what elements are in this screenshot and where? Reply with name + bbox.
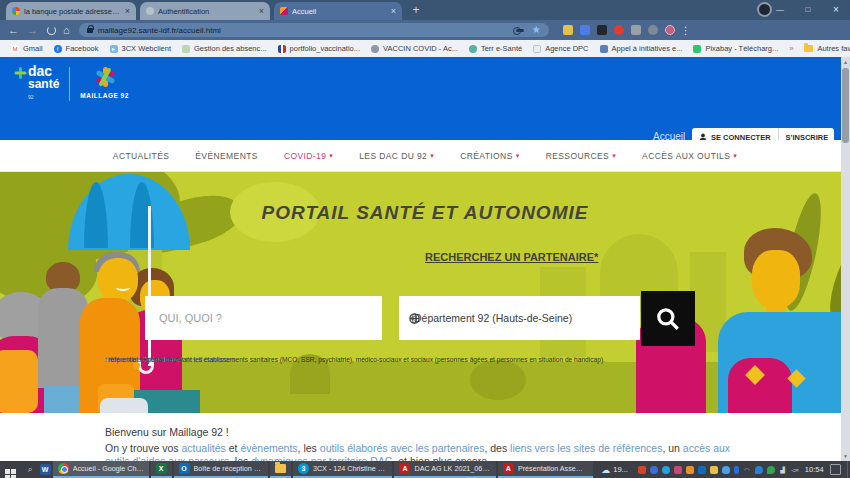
link-sites-references[interactable]: liens vers les sites de références bbox=[510, 442, 662, 454]
link-outils-partenaires[interactable]: outils élaborés avec les partenaires bbox=[320, 442, 485, 454]
other-favorites[interactable]: Autres favoris bbox=[804, 44, 850, 53]
link-evenements[interactable]: évènements bbox=[240, 442, 297, 454]
taskbar-pdf-window-1[interactable]: A DAC AG LK 2021_06_2... bbox=[394, 461, 495, 478]
browser-toolbar: ← → ⌂ maillage92.sante-idf.fr/accueil.ht… bbox=[0, 20, 850, 40]
cloud-icon: ☁ bbox=[601, 465, 610, 475]
search-icon bbox=[655, 306, 681, 332]
url-text[interactable]: maillage92.sante-idf.fr/accueil.html bbox=[98, 26, 516, 35]
bookmark-facebook[interactable]: fFacebook bbox=[54, 44, 99, 53]
bookmark-terr-esante[interactable]: Terr e-Santé bbox=[469, 44, 522, 53]
taskbar-explorer-window[interactable] bbox=[270, 461, 291, 478]
dac-sante-logo-icon bbox=[14, 67, 26, 79]
maximize-button[interactable]: □ bbox=[794, 0, 822, 20]
clear-icon[interactable]: × bbox=[409, 312, 415, 324]
extension-icon[interactable] bbox=[597, 25, 607, 35]
bookmark-star-icon[interactable]: ★ bbox=[532, 23, 541, 37]
hero-section: PORTAIL SANTÉ ET AUTONOMIE RECHERCHEZ UN… bbox=[0, 172, 850, 413]
extension-icon[interactable] bbox=[580, 25, 590, 35]
tab-banque-postale[interactable]: la banque postale adresse - Re... × bbox=[6, 2, 136, 20]
tab-authentification[interactable]: Authentification × bbox=[140, 2, 270, 20]
volume-muted-icon[interactable]: ◅× bbox=[791, 466, 799, 474]
word-icon[interactable]: W bbox=[40, 464, 51, 475]
outlook-icon: O bbox=[179, 463, 190, 474]
shield-icon[interactable] bbox=[755, 466, 763, 474]
maillage-starburst-icon bbox=[92, 65, 118, 89]
wifi-icon[interactable]: ◠ bbox=[743, 466, 751, 474]
onedrive-icon[interactable] bbox=[722, 466, 730, 474]
signal-icon[interactable]: ▟ bbox=[779, 466, 787, 474]
pdf-icon: A bbox=[503, 463, 514, 474]
scroll-up-icon[interactable]: ▲ bbox=[841, 57, 850, 67]
nav-covid19[interactable]: COVID-19▾ bbox=[284, 151, 333, 161]
nav-actualites[interactable]: ACTUALITÉS bbox=[113, 151, 169, 161]
tray-app-icon[interactable] bbox=[674, 466, 682, 474]
bookmark-appel-initiatives[interactable]: Appel à initiatives e... bbox=[600, 44, 683, 53]
back-icon[interactable]: ← bbox=[8, 21, 19, 39]
password-key-icon[interactable] bbox=[516, 29, 524, 32]
tray-mail-icon[interactable] bbox=[686, 466, 694, 474]
link-actualites[interactable]: actualités bbox=[181, 442, 225, 454]
bookmark-3cx[interactable]: ▸3CX Webclient bbox=[110, 44, 171, 53]
page-scrollbar[interactable]: ▲ ▼ bbox=[841, 57, 850, 461]
nav-creations[interactable]: CRÉATIONS▾ bbox=[460, 151, 519, 161]
tab-close-icon[interactable]: × bbox=[125, 6, 130, 16]
excel-icon: X bbox=[156, 463, 167, 474]
taskbar-excel-window[interactable]: X bbox=[151, 461, 172, 478]
notification-center-icon[interactable] bbox=[830, 464, 841, 475]
search-button[interactable] bbox=[641, 291, 695, 346]
extension-icon[interactable] bbox=[631, 25, 641, 35]
new-tab-button[interactable]: + bbox=[408, 3, 424, 19]
taskbar-outlook-window[interactable]: O Boîte de réception - d... bbox=[174, 461, 269, 478]
tray-app-icon[interactable] bbox=[638, 466, 646, 474]
tray-mail-icon[interactable] bbox=[710, 466, 718, 474]
scroll-down-icon[interactable]: ▼ bbox=[841, 451, 850, 461]
doc-icon bbox=[182, 45, 190, 53]
tray-app-icon[interactable] bbox=[650, 466, 658, 474]
taskbar-search-icon[interactable]: ⌕ bbox=[21, 464, 40, 475]
browser-menu-icon[interactable]: ⋮ bbox=[681, 25, 691, 36]
bluetooth-icon[interactable] bbox=[734, 466, 739, 474]
tab-close-icon[interactable]: × bbox=[391, 6, 396, 16]
bookmark-gmail[interactable]: MGmail bbox=[11, 44, 43, 53]
windows-logo-icon bbox=[5, 469, 16, 478]
facebook-icon: f bbox=[54, 45, 62, 53]
address-bar[interactable]: maillage92.sante-idf.fr/accueil.html ★ bbox=[79, 23, 549, 37]
home-icon[interactable]: ⌂ bbox=[63, 21, 70, 39]
site-logo[interactable]: dac santé 92 MAILLAGE 92 bbox=[14, 65, 129, 104]
nav-evenements[interactable]: ÉVÈNEMENTS bbox=[195, 151, 258, 161]
tab-accueil-active[interactable]: Accueil × bbox=[274, 2, 402, 20]
globe-icon bbox=[469, 45, 477, 53]
extension-icon[interactable] bbox=[648, 25, 658, 35]
close-button[interactable]: × bbox=[822, 0, 850, 20]
minimize-button[interactable]: — bbox=[766, 0, 794, 20]
tray-skype-icon[interactable] bbox=[662, 466, 670, 474]
tab-close-icon[interactable]: × bbox=[259, 6, 264, 16]
taskbar-weather[interactable]: ☁ 19... bbox=[601, 465, 628, 475]
google-favicon bbox=[12, 7, 20, 15]
taskbar-chrome-window[interactable]: Accueil - Google Chro... bbox=[53, 461, 149, 478]
bookmark-portfolio-vaccination[interactable]: portfolio_vaccinatio... bbox=[278, 44, 360, 53]
taskbar-clock[interactable]: 10:54 bbox=[805, 465, 824, 474]
start-button[interactable] bbox=[0, 460, 21, 478]
scrollbar-thumb[interactable] bbox=[842, 68, 849, 143]
taskbar-3cx-window[interactable]: 3 3CX - 124 Christine Ch... bbox=[293, 461, 393, 478]
forward-icon[interactable]: → bbox=[27, 21, 38, 39]
location-select[interactable]: Département 92 (Hauts-de-Seine) × bbox=[399, 296, 640, 340]
grid-icon bbox=[600, 45, 608, 53]
bookmarks-overflow-icon[interactable]: » bbox=[789, 44, 793, 53]
tray-outlook-icon[interactable] bbox=[698, 466, 706, 474]
nav-ressources[interactable]: RESSOURCES▾ bbox=[546, 151, 616, 161]
bookmark-pixabay[interactable]: Pixabay - Télécharg... bbox=[693, 44, 778, 53]
bookmark-agence-dpc[interactable]: Agence DPC bbox=[533, 44, 588, 53]
taskbar-pdf-window-2[interactable]: A Présentation Assembl... bbox=[498, 461, 593, 478]
extension-icon[interactable] bbox=[563, 25, 573, 35]
nav-acces-aux-outils[interactable]: ACCÈS AUX OUTILS▾ bbox=[642, 151, 737, 161]
bookmark-vaccin-covid[interactable]: VACCIN COVID - Ac... bbox=[371, 44, 458, 53]
search-input[interactable] bbox=[145, 296, 382, 340]
nav-les-dac-du-92[interactable]: LES DAC DU 92▾ bbox=[359, 151, 434, 161]
avatar[interactable] bbox=[665, 25, 675, 35]
bookmark-gestion-absences[interactable]: Gestion des absenc... bbox=[182, 44, 267, 53]
extension-icon[interactable] bbox=[614, 25, 624, 35]
defender-shield-icon[interactable] bbox=[767, 466, 775, 474]
reload-icon[interactable] bbox=[47, 26, 56, 35]
